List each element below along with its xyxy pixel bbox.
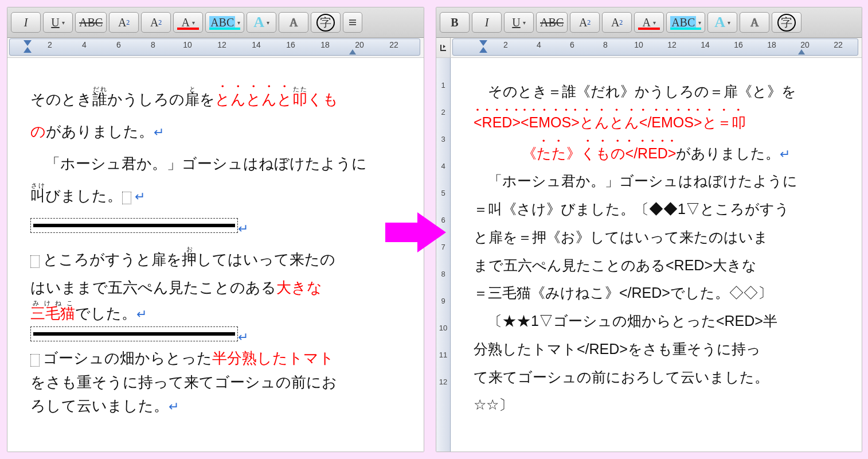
text-line: のがありました。↵ bbox=[30, 116, 401, 148]
vruler-tick: 11 bbox=[439, 351, 447, 359]
ruler-tick: 14 bbox=[252, 40, 261, 49]
indent-marker-icon[interactable] bbox=[479, 40, 487, 53]
image-frame[interactable] bbox=[30, 218, 238, 233]
document-page-right[interactable]: そのとき＝誰《だれ》かうしろの＝扉《と》を <RED><EMOS>とんとん</E… bbox=[451, 58, 862, 452]
ruler-tick: 4 bbox=[537, 40, 541, 49]
underline-button[interactable]: U▾ bbox=[504, 12, 534, 33]
text-line: と扉を＝押《お》してはいって来たのはいま bbox=[474, 223, 839, 251]
text-line: まで五六ぺん見たことのある<RED>大きな bbox=[474, 251, 839, 279]
text-line: 叫さけびました。↵ bbox=[30, 180, 401, 212]
ruler-tick: 10 bbox=[634, 40, 643, 49]
document-area-left: そのとき誰だれかうしろの扉とをとんとんと叩たたくも のがありました。↵ 「ホーシ… bbox=[7, 58, 424, 452]
text-line: そのとき＝誰《だれ》かうしろの＝扉《と》を bbox=[474, 77, 839, 106]
text-line: はいままで五六ぺん見たことのある大きな bbox=[30, 276, 401, 300]
vertical-ruler-right[interactable]: 1 2 3 4 5 6 7 8 9 10 11 12 bbox=[436, 58, 451, 452]
object-anchor-icon bbox=[122, 192, 131, 204]
ruler-tick: 18 bbox=[320, 40, 330, 49]
ruler-row-right: 2 4 6 8 10 12 14 16 18 20 22 bbox=[436, 38, 862, 58]
image-frame-row: ↵ bbox=[30, 212, 401, 244]
italic-button[interactable]: I bbox=[11, 12, 41, 33]
object-anchor-icon bbox=[30, 354, 40, 367]
font-color-button[interactable]: A▾ bbox=[173, 12, 203, 33]
font-color-button[interactable]: A▾ bbox=[634, 12, 664, 33]
vruler-tick: 4 bbox=[441, 162, 445, 170]
ruler-tick: 8 bbox=[151, 40, 155, 49]
char-shading-button[interactable]: A bbox=[279, 12, 308, 33]
paragraph-mark-icon: ↵ bbox=[238, 330, 248, 344]
paragraph-mark-icon: ↵ bbox=[169, 399, 179, 414]
text-line: て来てゴーシュの前におろして云いました。 bbox=[474, 363, 839, 391]
vruler-tick: 6 bbox=[441, 216, 445, 224]
ruler-tick: 22 bbox=[834, 40, 843, 49]
subscript-button[interactable]: A2 bbox=[602, 12, 632, 33]
indent-marker-icon[interactable] bbox=[24, 40, 32, 53]
ruler-tick: 12 bbox=[217, 40, 226, 49]
char-scaling-button[interactable]: A▾ bbox=[707, 12, 737, 33]
paragraph-mark-icon: ↵ bbox=[238, 221, 248, 236]
tab-stop-icon[interactable] bbox=[349, 49, 356, 55]
ruler-tick: 4 bbox=[82, 40, 87, 49]
text-line: 〔★★1▽ゴーシュの畑からとった<RED>半 bbox=[474, 307, 839, 335]
vruler-tick: 9 bbox=[441, 297, 445, 305]
text-line: 《たた》くもの</RED>がありました。↵ bbox=[474, 137, 839, 168]
document-page-left[interactable]: そのとき誰だれかうしろの扉とをとんとんと叩たたくも のがありました。↵ 「ホーシ… bbox=[7, 58, 424, 452]
toolbar-overflow[interactable] bbox=[343, 12, 362, 33]
ruler-tick: 2 bbox=[503, 40, 508, 49]
text-line: ＝叫《さけ》びました。〔◆◆1▽ところがすう bbox=[474, 195, 839, 223]
char-shading-button[interactable]: A bbox=[740, 12, 769, 33]
vruler-tick: 2 bbox=[441, 108, 445, 116]
text-line: ＝三毛猫《みけねこ》</RED>でした。◇◇〕 bbox=[474, 279, 839, 307]
text-line: そのとき誰だれかうしろの扉とをとんとんと叩たたくも bbox=[30, 77, 401, 116]
ruler-tick: 10 bbox=[183, 40, 192, 49]
text-line: ところがすうと扉を押おしてはいって来たの bbox=[30, 244, 401, 276]
text-line: ☆☆〕 bbox=[474, 391, 839, 419]
vruler-tick: 5 bbox=[441, 189, 445, 197]
horizontal-ruler-right[interactable]: 2 4 6 8 10 12 14 16 18 20 22 bbox=[452, 38, 858, 56]
ruler-tick: 20 bbox=[355, 40, 364, 49]
strikethrough-button[interactable]: ABC bbox=[536, 12, 568, 33]
ruler-tick: 22 bbox=[389, 40, 398, 49]
paragraph-mark-icon: ↵ bbox=[154, 125, 164, 139]
ruler-tick: 16 bbox=[286, 40, 295, 49]
superscript-button[interactable]: A2 bbox=[570, 12, 600, 33]
editor-pane-after: B I U▾ ABC A2 A2 A▾ ABC▾ A▾ A 字 2 4 6 8 … bbox=[436, 7, 862, 452]
image-frame[interactable] bbox=[30, 326, 238, 341]
vruler-tick: 12 bbox=[439, 378, 447, 386]
image-frame-row: ↵ bbox=[30, 326, 401, 347]
toolbar-left: I U▾ ABC A2 A2 A▾ ABC▾ A▾ A 字 bbox=[7, 7, 424, 38]
text-line: 「ホーシュ君か。」ゴーシュはねぼけたように bbox=[30, 148, 401, 180]
vruler-tick: 1 bbox=[441, 81, 445, 90]
ruler-tick: 6 bbox=[570, 40, 574, 49]
highlight-color-button[interactable]: ABC▾ bbox=[205, 12, 244, 33]
horizontal-ruler-left[interactable]: 2 4 6 8 10 12 14 16 18 20 22 bbox=[9, 38, 420, 56]
ruler-tick: 6 bbox=[116, 40, 121, 49]
text-line: 「ホーシュ君か。」ゴーシュはねぼけたように bbox=[474, 167, 839, 195]
char-scaling-button[interactable]: A▾ bbox=[247, 12, 276, 33]
bold-button[interactable]: B bbox=[440, 12, 470, 33]
text-line: <RED><EMOS>とんとん</EMOS>と＝叩 bbox=[474, 106, 839, 137]
subscript-button[interactable]: A2 bbox=[141, 12, 171, 33]
editor-pane-before: I U▾ ABC A2 A2 A▾ ABC▾ A▾ A 字 2 4 6 8 bbox=[7, 7, 424, 452]
object-anchor-icon bbox=[30, 255, 40, 268]
ruler-tick: 2 bbox=[48, 40, 52, 49]
vruler-tick: 7 bbox=[441, 243, 445, 251]
text-line: をさも重そうに持って来てゴーシュの前にお bbox=[30, 371, 401, 395]
strikethrough-button[interactable]: ABC bbox=[75, 12, 107, 33]
ruler-tick: 12 bbox=[667, 40, 677, 49]
enclosed-char-button[interactable]: 字 bbox=[772, 12, 801, 33]
highlight-color-button[interactable]: ABC▾ bbox=[666, 12, 705, 33]
enclosed-char-button[interactable]: 字 bbox=[311, 12, 341, 33]
paragraph-mark-icon: ↵ bbox=[135, 189, 145, 204]
vruler-tick: 10 bbox=[439, 324, 447, 332]
italic-button[interactable]: I bbox=[472, 12, 502, 33]
ruler-tick: 14 bbox=[701, 40, 710, 49]
text-line: ゴーシュの畑からとった半分熟したトマト bbox=[30, 347, 401, 371]
tab-stop-icon[interactable] bbox=[798, 49, 805, 55]
vruler-tick: 3 bbox=[441, 135, 445, 143]
tab-type-selector[interactable] bbox=[436, 38, 451, 57]
underline-button[interactable]: U▾ bbox=[43, 12, 73, 33]
text-line: 三毛猫みけねこでした。↵ bbox=[30, 300, 401, 326]
comparison-stage: I U▾ ABC A2 A2 A▾ ABC▾ A▾ A 字 2 4 6 8 bbox=[0, 0, 868, 459]
superscript-button[interactable]: A2 bbox=[109, 12, 139, 33]
ruler-tick: 8 bbox=[603, 40, 608, 49]
